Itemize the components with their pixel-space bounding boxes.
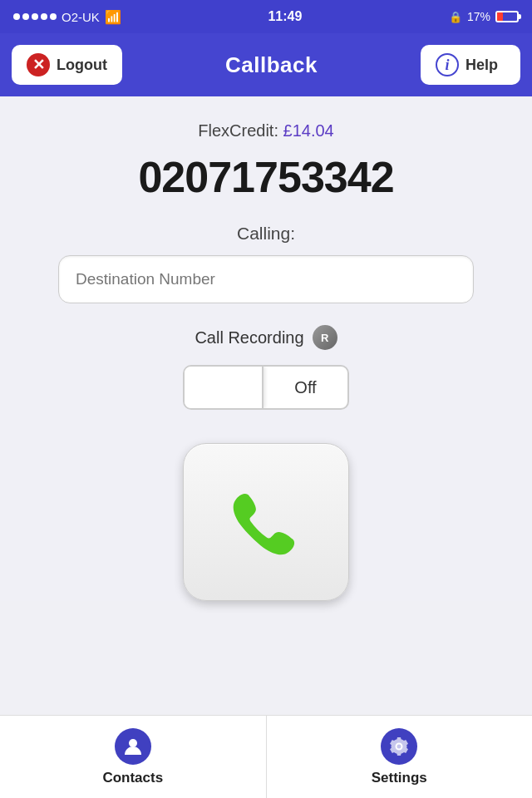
status-bar: O2-UK 📶 11:49 🔒 17% — [0, 0, 532, 33]
main-content: FlexCredit: £14.04 02071753342 Calling: … — [0, 96, 532, 601]
toggle-thumb — [185, 367, 264, 408]
phone-number: 02071753342 — [138, 152, 393, 202]
call-button[interactable] — [183, 443, 349, 601]
contacts-tab[interactable]: Contacts — [0, 716, 267, 798]
wifi-icon: 📶 — [105, 9, 121, 25]
flex-credit-label: FlexCredit: — [198, 121, 278, 140]
status-right: 🔒 17% — [449, 10, 519, 23]
battery-icon — [495, 11, 519, 22]
logout-button[interactable]: ✕ Logout — [12, 45, 122, 85]
signal-dot-3 — [32, 13, 38, 20]
call-recording-label: Call Recording — [195, 328, 303, 347]
recording-badge-inner: R — [313, 325, 337, 350]
call-recording-row: Call Recording R — [195, 325, 337, 350]
tab-bar: Contacts Settings — [0, 715, 532, 798]
logout-label: Logout — [57, 57, 107, 74]
contacts-icon — [115, 728, 151, 765]
battery-percent: 17% — [467, 10, 490, 23]
signal-dot-1 — [13, 13, 20, 20]
phone-icon — [220, 476, 312, 568]
calling-label: Calling: — [237, 224, 295, 244]
help-label: Help — [466, 57, 498, 74]
contacts-label: Contacts — [102, 770, 163, 786]
settings-label: Settings — [372, 770, 427, 786]
destination-input[interactable] — [58, 255, 474, 303]
flex-credit-amount: £14.04 — [283, 121, 334, 140]
status-left: O2-UK 📶 — [13, 9, 121, 25]
help-button[interactable]: i Help — [421, 45, 520, 85]
signal-dots — [13, 13, 57, 20]
nav-bar: ✕ Logout Callback i Help — [0, 33, 532, 96]
toggle-off-label: Off — [264, 378, 347, 397]
nav-title: Callback — [225, 52, 318, 78]
svg-point-0 — [129, 739, 137, 747]
signal-dot-5 — [50, 13, 57, 20]
signal-dot-2 — [22, 13, 29, 20]
call-recording-toggle[interactable]: Off — [183, 365, 349, 410]
recording-badge: R — [313, 325, 337, 350]
flex-credit: FlexCredit: £14.04 — [198, 121, 333, 140]
carrier-label: O2-UK — [62, 10, 100, 24]
help-icon: i — [436, 53, 459, 76]
settings-icon — [381, 728, 417, 765]
settings-tab[interactable]: Settings — [267, 716, 533, 798]
status-time: 11:49 — [268, 9, 302, 24]
lock-icon: 🔒 — [449, 11, 462, 23]
signal-dot-4 — [41, 13, 47, 20]
logout-icon: ✕ — [27, 53, 50, 76]
